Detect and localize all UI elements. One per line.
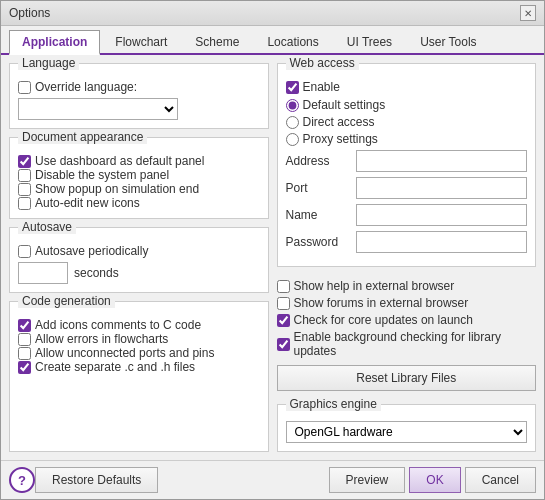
close-button[interactable]: ✕ [520, 5, 536, 21]
document-items: Use dashboard as default panel Disable t… [18, 154, 260, 210]
language-dropdown[interactable] [18, 98, 178, 120]
port-row: Port 80 [286, 177, 528, 199]
address-row: Address 192.168.0.1 [286, 150, 528, 172]
autosave-seconds-input[interactable]: 90 [18, 262, 68, 284]
graphics-title: Graphics engine [286, 397, 381, 411]
tab-scheme[interactable]: Scheme [182, 30, 252, 53]
tab-flowchart[interactable]: Flowchart [102, 30, 180, 53]
tab-uitrees[interactable]: UI Trees [334, 30, 405, 53]
restore-defaults-button[interactable]: Restore Defaults [35, 467, 158, 493]
autosave-title: Autosave [18, 220, 76, 234]
tab-locations[interactable]: Locations [254, 30, 331, 53]
autosave-seconds-label: seconds [74, 266, 119, 280]
tab-usertools[interactable]: User Tools [407, 30, 489, 53]
document-group: Document appearance Use dashboard as def… [9, 137, 269, 219]
password-label: Password [286, 235, 356, 249]
options-window: Options ✕ Application Flowchart Scheme L… [0, 0, 545, 500]
ok-button[interactable]: OK [409, 467, 460, 493]
codegen-group: Code generation Add icons comments to C … [9, 301, 269, 452]
options-group: Show help in external browser Show forum… [277, 275, 537, 395]
opt-item-3[interactable]: Enable background checking for library u… [277, 330, 537, 358]
address-label: Address [286, 154, 356, 168]
reset-library-button[interactable]: Reset Library Files [277, 365, 537, 391]
codegen-items: Add icons comments to C code Allow error… [18, 318, 260, 374]
tab-bar: Application Flowchart Scheme Locations U… [1, 26, 544, 55]
codegen-item-2[interactable]: Allow unconnected ports and pins [18, 346, 260, 360]
document-title: Document appearance [18, 130, 147, 144]
password-input[interactable] [356, 231, 528, 253]
codegen-item-3[interactable]: Create separate .c and .h files [18, 360, 260, 374]
opt-item-1[interactable]: Show forums in external browser [277, 296, 537, 310]
address-input[interactable]: 192.168.0.1 [356, 150, 528, 172]
doc-item-1[interactable]: Disable the system panel [18, 168, 260, 182]
tab-application[interactable]: Application [9, 30, 100, 55]
action-buttons: Preview OK Cancel [329, 467, 536, 493]
help-button[interactable]: ? [9, 467, 35, 493]
name-label: Name [286, 208, 356, 222]
doc-item-0[interactable]: Use dashboard as default panel [18, 154, 260, 168]
radio-default[interactable]: Default settings [286, 98, 528, 112]
language-title: Language [18, 56, 79, 70]
password-row: Password [286, 231, 528, 253]
cancel-button[interactable]: Cancel [465, 467, 536, 493]
window-title: Options [9, 6, 50, 20]
graphics-group: Graphics engine OpenGL hardware Software… [277, 404, 537, 452]
codegen-item-0[interactable]: Add icons comments to C code [18, 318, 260, 332]
autosave-group: Autosave Autosave periodically 90 second… [9, 227, 269, 293]
name-row: Name [286, 204, 528, 226]
left-panel: Language Override language: Document app… [9, 63, 269, 452]
language-group: Language Override language: [9, 63, 269, 129]
bottom-bar: ? Restore Defaults Preview OK Cancel [1, 460, 544, 499]
opt-item-2[interactable]: Check for core updates on launch [277, 313, 537, 327]
override-language-input[interactable] [18, 81, 31, 94]
port-label: Port [286, 181, 356, 195]
graphics-dropdown[interactable]: OpenGL hardware Software DirectX [286, 421, 528, 443]
web-access-title: Web access [286, 56, 359, 70]
name-input[interactable] [356, 204, 528, 226]
web-access-group: Web access Enable Default settings Direc… [277, 63, 537, 267]
doc-item-2[interactable]: Show popup on simulation end [18, 182, 260, 196]
port-input[interactable]: 80 [356, 177, 528, 199]
doc-item-3[interactable]: Auto-edit new icons [18, 196, 260, 210]
radio-direct[interactable]: Direct access [286, 115, 528, 129]
codegen-item-1[interactable]: Allow errors in flowcharts [18, 332, 260, 346]
content-area: Language Override language: Document app… [1, 55, 544, 460]
opt-item-0[interactable]: Show help in external browser [277, 279, 537, 293]
codegen-title: Code generation [18, 294, 115, 308]
override-language-checkbox[interactable]: Override language: [18, 80, 260, 94]
web-enable-checkbox[interactable]: Enable [286, 80, 528, 94]
autosave-checkbox[interactable]: Autosave periodically [18, 244, 260, 258]
right-panel: Web access Enable Default settings Direc… [277, 63, 537, 452]
radio-proxy[interactable]: Proxy settings [286, 132, 528, 146]
preview-button[interactable]: Preview [329, 467, 406, 493]
title-bar: Options ✕ [1, 1, 544, 26]
